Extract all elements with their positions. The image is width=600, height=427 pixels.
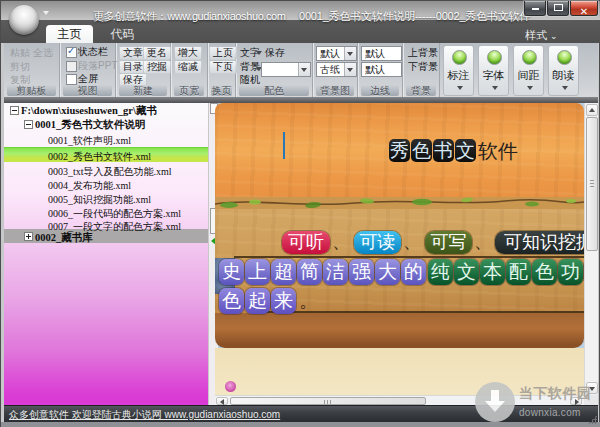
font-orb-icon — [487, 50, 502, 65]
close-icon: ✕ — [580, 6, 588, 17]
scroll-up-icon — [589, 108, 595, 112]
statusbar-checkbox-label[interactable]: 状态栏 — [78, 46, 108, 58]
fullscreen-checkbox[interactable] — [66, 74, 77, 85]
tree-item-0002[interactable]: 0002_秀色书文软件.xml — [48, 150, 151, 163]
document-canvas[interactable]: 秀色书文 软件 可听 、 可读 、 可写 、 可知识挖掘 史上超简洁强大的 纯文… — [215, 103, 598, 405]
tree-root-label[interactable]: F:\down\xiuseshuwen_gr\藏书 — [21, 104, 157, 117]
group-label-pagewidth: 页宽 — [174, 85, 204, 96]
status-link[interactable]: 众多创意软件 欢迎登陆古典小说网 www.gudianxiaoshuo.com — [9, 408, 280, 422]
ribbon-group-pagewidth: 增大 缩减 页宽 — [171, 43, 208, 97]
borderline-combo-2[interactable]: 默认 — [361, 62, 402, 77]
style-menu[interactable]: 样式 ⌄ — [525, 29, 585, 42]
separator: 、 — [474, 231, 492, 254]
group-label-borderline: 边线 — [361, 85, 399, 96]
mine-button[interactable]: 挖掘 — [143, 60, 171, 74]
decrease-button[interactable]: 缩减 — [174, 60, 202, 74]
lower-bg-button[interactable]: 下背景 — [404, 60, 442, 74]
paragraph-ppt-checkbox[interactable] — [66, 61, 77, 72]
line-b-purple-tiles: 史上超简洁强大的 — [219, 259, 426, 285]
seg-read: 可读 — [354, 231, 401, 254]
ribbon-group-new: 文章 更名 目录 挖掘 保存 新建 — [116, 43, 171, 97]
tree-folder-collapse-icon[interactable] — [24, 120, 33, 129]
horizontal-scroll-thumb[interactable] — [230, 397, 426, 405]
speak-button[interactable]: 朗读 — [548, 45, 579, 96]
leaf-border-decoration — [215, 189, 584, 215]
separator: 、 — [332, 231, 350, 254]
vertical-scroll-thumb[interactable] — [586, 117, 598, 251]
speak-caret-icon — [562, 86, 568, 90]
scroll-up-button[interactable] — [586, 104, 598, 116]
next-page-button[interactable]: 下页 — [209, 60, 237, 74]
doc-title-plain: 软件 — [478, 139, 518, 163]
line-c-period: 。 — [299, 288, 318, 314]
bgimage-combo-2[interactable]: 古纸 — [316, 62, 357, 77]
ribbon-group-bgimage: 默认 古纸 背景图 — [313, 43, 358, 97]
upper-bg-button[interactable]: 上背景 — [404, 46, 442, 60]
tree-item-0004[interactable]: 0004_发布功能.xml — [48, 179, 131, 192]
save-color-button[interactable]: 保存 — [261, 46, 289, 60]
seg-write: 可写 — [425, 231, 472, 254]
color-combo-arrow[interactable] — [298, 63, 310, 76]
cut-button[interactable]: 剪切 — [6, 60, 34, 74]
app-menu-orb[interactable] — [9, 5, 39, 35]
group-label-new: 新建 — [119, 85, 167, 96]
bgimage-combo-2-arrow[interactable] — [344, 63, 356, 76]
tree-root-collapse-icon[interactable] — [10, 106, 19, 115]
minimize-button[interactable] — [524, 1, 546, 16]
tree-folder-label[interactable]: 0001_秀色书文软件说明 — [35, 118, 145, 131]
font-button[interactable]: 字体 — [478, 45, 509, 96]
pink-mark-icon — [225, 381, 236, 392]
line-c-purple-tiles: 色起来 — [219, 288, 296, 314]
spacing-orb-icon — [522, 50, 537, 65]
color-combo[interactable] — [261, 62, 311, 77]
tree-collapsed-expand-icon[interactable] — [24, 232, 33, 241]
bgimage-combo-1-arrow[interactable] — [344, 47, 356, 60]
ribbon-group-background: 上背景 下背景 背景 — [403, 43, 440, 97]
watermark-domain: downxia.com — [519, 407, 581, 418]
font-caret-icon — [492, 86, 498, 90]
window-title-right: 0001_秀色书文软件说明------0002_秀色书文软件 — [299, 9, 530, 23]
paper-dark-section — [215, 313, 584, 348]
tree-item-0006[interactable]: 0006_一段代码的配色方案.xml — [48, 207, 181, 220]
tree-item-0001[interactable]: 0001_软件声明.xml — [48, 134, 131, 147]
group-label-view: 视图 — [63, 85, 112, 96]
select-all-button[interactable]: 全选 — [29, 46, 57, 60]
maximize-icon — [554, 4, 563, 11]
tree-collapsed-label[interactable]: 0002_藏书库 — [35, 231, 93, 244]
annotate-button[interactable]: 标注 — [443, 45, 474, 96]
ribbon-group-clipboard: 粘贴 全选 剪切 复制 剪贴板 — [4, 43, 60, 97]
scroll-left-button[interactable] — [216, 397, 228, 405]
tab-code[interactable]: 代码 — [99, 25, 146, 43]
seg-mine: 可知识挖掘 — [495, 231, 598, 254]
minimize-icon — [532, 8, 539, 10]
tree-panel[interactable]: F:\down\xiuseshuwen_gr\藏书 0001_秀色书文软件说明 … — [4, 103, 208, 405]
separator: 、 — [403, 231, 421, 254]
annotate-caret-icon — [457, 86, 463, 90]
seg-listen: 可听 — [282, 231, 330, 254]
tree-item-0005[interactable]: 0005_知识挖掘功能.xml — [48, 193, 151, 206]
annotate-orb-icon — [452, 50, 467, 65]
window-frame-bottom — [1, 422, 600, 427]
maximize-button[interactable] — [547, 1, 569, 16]
window-title-left: 更多创意软件：www.gudianxiaoshuo.com — [93, 9, 286, 23]
rename-button[interactable]: 更名 — [143, 46, 171, 60]
bgimage-combo-1[interactable]: 默认 — [316, 46, 357, 61]
prev-page-button[interactable]: 上页 — [209, 46, 237, 60]
increase-button[interactable]: 增大 — [174, 46, 202, 60]
tree-item-0003[interactable]: 0003_txt导入及配色功能.xml — [48, 165, 172, 178]
ribbon-group-coloring: 文字 保存 背景 随机 配色 — [236, 43, 313, 97]
paragraph-ppt-checkbox-label[interactable]: 段落PPT — [78, 60, 117, 72]
fullscreen-checkbox-label[interactable]: 全屏 — [78, 73, 98, 85]
spacing-button[interactable]: 间距 — [513, 45, 544, 96]
check-icon: ✓ — [67, 45, 75, 56]
borderline-combo-1[interactable]: 默认 — [361, 46, 402, 61]
vertical-scrollbar[interactable] — [584, 103, 598, 395]
speak-orb-icon — [557, 50, 572, 65]
ruled-line-1 — [234, 256, 584, 258]
doc-title-tiles: 秀色书文 — [389, 139, 476, 163]
app-menu-caret-icon[interactable] — [43, 11, 49, 15]
tab-home[interactable]: 主页 — [46, 25, 93, 43]
ribbon: 粘贴 全选 剪切 复制 剪贴板 ✓ 状态栏 段落PPT 全屏 视图 文章 更名 … — [4, 43, 598, 97]
statusbar-checkbox[interactable]: ✓ — [66, 47, 77, 58]
close-button[interactable]: ✕ — [570, 1, 598, 16]
